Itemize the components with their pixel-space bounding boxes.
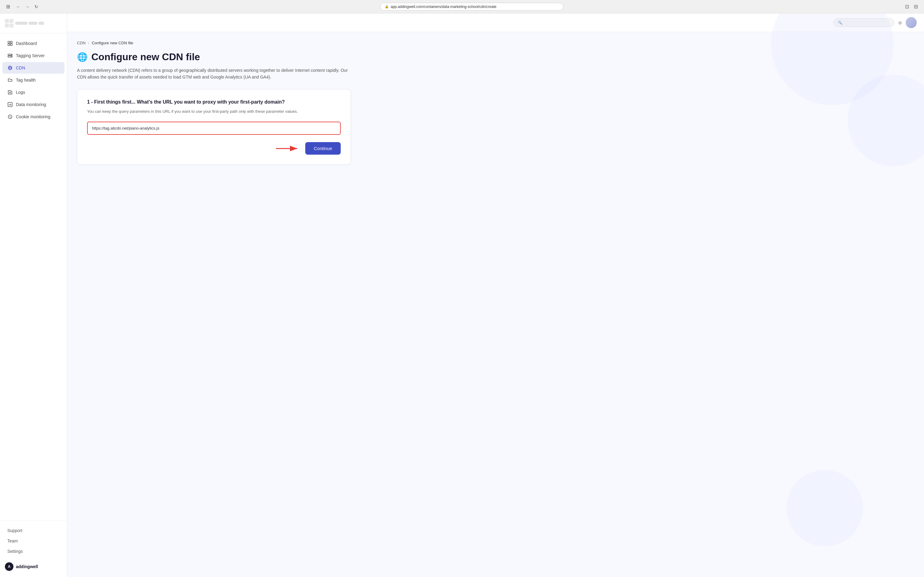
continue-arrow-icon — [276, 144, 300, 153]
url-text: app.addingwell.com/containers/data-marke… — [391, 5, 497, 9]
logo-block-2 — [10, 19, 13, 23]
svg-point-7 — [11, 56, 11, 57]
svg-rect-1 — [10, 41, 12, 43]
sidebar-nav: Dashboard Tagging Server — [0, 33, 67, 521]
footer-links: Support Team Settings — [5, 525, 62, 556]
page-title-icon: 🌐 — [77, 52, 88, 62]
bookmarks-button[interactable]: ⊡ — [904, 2, 910, 11]
page-title: Configure new CDN file — [91, 52, 200, 63]
card-hint: You can keep the query parameters in thi… — [87, 108, 341, 114]
logo-block-3 — [5, 24, 9, 27]
content-body: CDN › Configure new CDN file 🌐 Configure… — [67, 32, 361, 173]
continue-button[interactable]: Continue — [305, 142, 341, 155]
sidebar-item-logs[interactable]: Logs — [2, 87, 64, 98]
sidebar-item-tag-health[interactable]: Tag health — [2, 74, 64, 86]
sidebar-item-cdn[interactable]: CDN — [2, 62, 64, 74]
svg-rect-2 — [8, 44, 10, 45]
sidebar-toggle-button[interactable]: ⊞ — [5, 2, 11, 11]
forward-button[interactable]: → — [24, 3, 31, 10]
cdn-label: CDN — [16, 65, 25, 70]
cdn-icon — [7, 65, 13, 71]
header-close-button[interactable]: ⊗ — [898, 20, 902, 26]
lock-icon: 🔒 — [385, 5, 389, 8]
address-bar[interactable]: 🔒 app.addingwell.com/containers/data-mar… — [380, 3, 563, 11]
svg-point-6 — [11, 55, 11, 55]
svg-marker-11 — [8, 90, 12, 94]
sidebar: Dashboard Tagging Server — [0, 13, 67, 577]
reload-button[interactable]: ↻ — [33, 3, 39, 10]
svg-point-21 — [10, 118, 10, 118]
breadcrumb-configure: Configure new CDN file — [92, 41, 133, 45]
cookie-monitoring-icon — [7, 114, 13, 119]
breadcrumb-separator: › — [88, 41, 89, 45]
dashboard-icon — [7, 41, 13, 46]
brand-icon: A — [5, 562, 13, 571]
logo-text-bar-3 — [39, 22, 44, 25]
app-layout: Dashboard Tagging Server — [0, 13, 924, 577]
sidebar-item-tagging-server[interactable]: Tagging Server — [2, 50, 64, 61]
logs-icon — [7, 90, 13, 95]
header-search[interactable]: 🔍 — [833, 18, 894, 27]
logo-text-placeholder — [15, 22, 44, 25]
brand-name: addingwell — [16, 564, 38, 569]
logo-text-bar-2 — [29, 22, 37, 25]
bg-circle-2 — [848, 74, 924, 166]
cdn-config-card: 1 - First things first... What's the URL… — [77, 89, 351, 165]
header-avatar[interactable] — [906, 17, 917, 28]
brand-logo: A addingwell — [5, 561, 62, 572]
data-monitoring-label: Data monitoring — [16, 102, 46, 107]
page-description: A content delivery network (CDN) refers … — [77, 67, 351, 81]
breadcrumb-cdn[interactable]: CDN — [77, 41, 85, 45]
logo-block-1 — [5, 19, 9, 23]
main-content: 🔍 ⊗ CDN › Configure new CDN file 🌐 Confi… — [67, 13, 924, 577]
tagging-server-label: Tagging Server — [16, 53, 45, 58]
tag-health-label: Tag health — [16, 77, 36, 82]
browser-chrome: ⊞ ← → ↻ 🔒 app.addingwell.com/containers/… — [0, 0, 924, 13]
card-actions: Continue — [87, 142, 341, 155]
sidebar-item-dashboard[interactable]: Dashboard — [2, 38, 64, 49]
logo-block-4 — [10, 24, 13, 27]
svg-rect-3 — [10, 44, 12, 45]
svg-point-20 — [10, 117, 11, 118]
page-title-row: 🌐 Configure new CDN file — [77, 52, 351, 63]
browser-actions: ⊡ ⊟ — [904, 2, 919, 11]
logs-label: Logs — [16, 90, 25, 95]
main-header: 🔍 ⊗ — [67, 13, 924, 32]
dashboard-label: Dashboard — [16, 41, 37, 46]
svg-point-19 — [9, 116, 10, 117]
data-monitoring-icon — [7, 102, 13, 107]
search-icon: 🔍 — [838, 21, 842, 25]
tag-health-icon — [7, 77, 13, 83]
close-icon: ⊗ — [898, 20, 902, 25]
logo-blocks — [5, 19, 13, 27]
browser-nav-buttons: ← → ↻ — [15, 3, 39, 10]
settings-link[interactable]: Settings — [5, 546, 62, 556]
back-button[interactable]: ← — [15, 3, 22, 10]
logo-placeholder — [5, 19, 62, 27]
team-link[interactable]: Team — [5, 536, 62, 546]
arrow-indicator — [276, 144, 300, 153]
sidebar-item-data-monitoring[interactable]: Data monitoring — [2, 99, 64, 110]
svg-point-18 — [8, 115, 12, 119]
tagging-server-icon — [7, 53, 13, 58]
card-question: 1 - First things first... What's the URL… — [87, 99, 341, 105]
svg-rect-0 — [8, 41, 10, 43]
url-input[interactable] — [87, 122, 341, 135]
logo-text-bar-1 — [15, 22, 27, 25]
cookie-monitoring-label: Cookie monitoring — [16, 114, 50, 119]
sidebar-footer: Support Team Settings A addingwell — [0, 521, 67, 577]
sidebar-item-cookie-monitoring[interactable]: Cookie monitoring — [2, 111, 64, 122]
bg-circle-3 — [787, 470, 863, 546]
breadcrumb: CDN › Configure new CDN file — [77, 41, 351, 45]
sidebar-logo-area — [0, 13, 67, 33]
support-link[interactable]: Support — [5, 525, 62, 535]
split-view-button[interactable]: ⊟ — [913, 2, 919, 11]
